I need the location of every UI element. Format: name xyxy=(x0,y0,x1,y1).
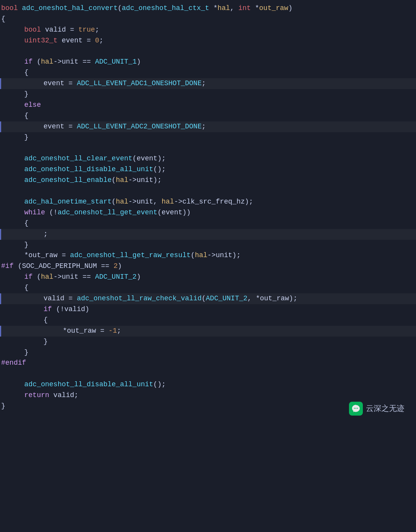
code-line: adc_oneshot_ll_disable_all_unit (); xyxy=(0,379,416,390)
param-out-raw: out_raw xyxy=(259,3,289,14)
code-line: *out_raw = adc_oneshot_ll_get_raw_result… xyxy=(0,250,416,261)
code-line: #endif xyxy=(0,358,416,369)
code-line: event = ADC_LL_EVENT_ADC1_ONESHOT_DONE ; xyxy=(0,78,416,89)
code-line: else xyxy=(0,100,416,111)
code-line: if ( hal -> unit == ADC_UNIT_1 ) xyxy=(0,57,416,67)
code-line: { xyxy=(0,67,416,78)
code-line: adc_oneshot_ll_clear_event (event); xyxy=(0,153,416,164)
code-line: valid = adc_oneshot_ll_raw_check_valid (… xyxy=(0,293,416,304)
code-line: } xyxy=(0,132,416,143)
code-line: bool adc_oneshot_hal_convert ( adc_onesh… xyxy=(0,3,416,14)
code-line: if (!valid) xyxy=(0,304,416,315)
code-line: } xyxy=(0,240,416,251)
code-line: { xyxy=(0,111,416,121)
code-line: { xyxy=(0,218,416,229)
code-line xyxy=(0,46,416,57)
svg-point-0 xyxy=(354,408,355,409)
code-container: bool adc_oneshot_hal_convert ( adc_onesh… xyxy=(0,0,416,427)
code-line: { xyxy=(0,315,416,326)
code-line: return valid; xyxy=(0,390,416,401)
watermark: 云深之无迹 xyxy=(349,402,404,416)
code-line xyxy=(0,143,416,154)
watermark-icon xyxy=(349,402,363,416)
svg-point-2 xyxy=(357,408,358,409)
code-line: } xyxy=(0,347,416,358)
code-line: *out_raw = -1 ; xyxy=(0,326,416,337)
code-line: { xyxy=(0,14,416,25)
code-line: uint32_t event = 0 ; xyxy=(0,35,416,46)
code-line: while (! adc_oneshot_ll_get_event (event… xyxy=(0,207,416,218)
param-type: adc_oneshot_hal_ctx_t xyxy=(122,3,209,14)
svg-point-1 xyxy=(356,408,356,409)
code-line: ; xyxy=(0,229,416,240)
keyword-bool: bool xyxy=(1,3,18,14)
code-line: adc_oneshot_ll_enable ( hal ->unit); xyxy=(0,175,416,186)
code-line: } xyxy=(0,337,416,347)
keyword-int: int xyxy=(238,3,251,14)
code-line: if ( hal ->unit == ADC_UNIT_2 ) xyxy=(0,272,416,283)
code-line: } xyxy=(0,89,416,100)
code-line: #if ( SOC_ADC_PERIPH_NUM == 2 ) xyxy=(0,261,416,272)
code-line: { xyxy=(0,283,416,293)
code-line: adc_hal_onetime_start ( hal ->unit, hal … xyxy=(0,197,416,207)
watermark-text: 云深之无迹 xyxy=(366,402,404,414)
code-line xyxy=(0,186,416,197)
code-line: event = ADC_LL_EVENT_ADC2_ONESHOT_DONE ; xyxy=(0,121,416,132)
param-hal: hal xyxy=(218,3,230,14)
code-line: bool valid = true ; xyxy=(0,25,416,35)
code-line: adc_oneshot_ll_disable_all_unit (); xyxy=(0,164,416,175)
code-line xyxy=(0,369,416,379)
function-name: adc_oneshot_hal_convert xyxy=(22,3,117,14)
